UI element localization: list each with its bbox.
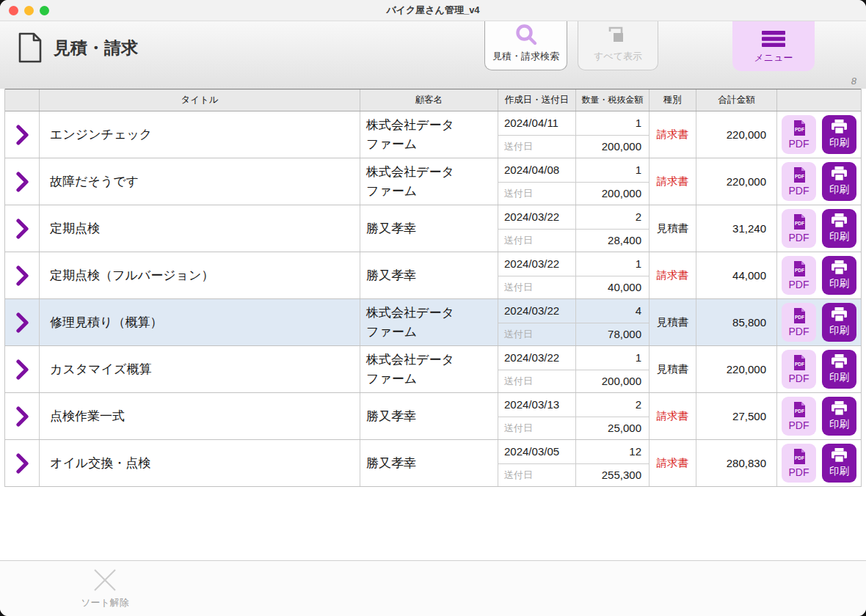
quantity-field[interactable]: 12 [576,440,649,463]
customer-field[interactable]: 勝又孝幸 [360,205,498,252]
customer-field[interactable]: 株式会社データファーム [360,346,498,392]
qty-amount-cell: 1200,000 [576,346,650,392]
print-button[interactable]: 印刷 [822,303,856,342]
open-record-button[interactable] [5,111,40,158]
title-field[interactable]: 定期点検（フルバージョン） [40,252,360,298]
quantity-field[interactable]: 1 [576,111,649,135]
titlebar: バイク屋さん管理_v4 [0,0,866,21]
customer-text: 株式会社データファーム [366,351,466,388]
pdf-button[interactable]: PDFPDF [782,303,816,342]
print-button[interactable]: 印刷 [822,397,856,436]
pdf-file-icon: PDF [792,120,807,136]
customer-field[interactable]: 株式会社データファーム [360,299,498,345]
unsort-button[interactable]: ソート解除 [65,565,145,610]
customer-field[interactable]: 勝又孝幸 [360,440,498,486]
title-field[interactable]: 故障だそうです [40,158,360,205]
table-row: エンジンチェック株式会社データファーム2024/04/11送付日1200,000… [5,111,861,158]
total-amount-field: 31,240 [696,205,777,252]
pdf-button[interactable]: PDFPDF [782,350,816,389]
pretax-amount-field[interactable]: 200,000 [576,135,649,158]
pretax-amount-field[interactable]: 40,000 [576,276,649,299]
minimize-window-button[interactable] [24,6,34,15]
send-date-field[interactable]: 送付日 [498,370,575,393]
pdf-button[interactable]: PDFPDF [782,444,816,483]
send-date-field[interactable]: 送付日 [498,229,575,252]
title-text: 定期点検（フルバージョン） [50,267,214,284]
unsort-button-label: ソート解除 [81,596,129,609]
print-button[interactable]: 印刷 [822,209,856,248]
customer-field[interactable]: 勝又孝幸 [360,252,498,298]
show-all-button[interactable]: すべて表示 [578,21,658,70]
title-field[interactable]: 定期点検 [40,205,360,252]
quantity-field[interactable]: 4 [576,299,649,323]
send-date-field[interactable]: 送付日 [498,463,575,487]
pretax-amount-field[interactable]: 25,000 [576,417,649,440]
created-date-field[interactable]: 2024/03/22 [498,299,575,323]
send-date-field[interactable]: 送付日 [498,417,575,440]
created-date-field[interactable]: 2024/03/05 [498,440,575,463]
quantity-field[interactable]: 1 [576,346,649,370]
print-button[interactable]: 印刷 [822,350,856,389]
pretax-amount-field[interactable]: 255,300 [576,463,649,487]
open-record-button[interactable] [5,393,40,439]
print-button[interactable]: 印刷 [822,256,856,295]
pdf-file-icon: PDF [792,166,807,183]
pdf-button[interactable]: PDFPDF [782,397,816,436]
pdf-button[interactable]: PDFPDF [782,115,816,154]
svg-text:PDF: PDF [795,408,804,414]
pdf-button[interactable]: PDFPDF [782,256,816,295]
footer-bar: ソート解除 [0,560,866,616]
open-record-button[interactable] [5,252,40,298]
dates-cell: 2024/03/22送付日 [498,205,576,252]
created-date-field[interactable]: 2024/03/22 [498,205,575,229]
quantity-field[interactable]: 1 [576,158,649,182]
open-record-button[interactable] [5,158,40,205]
close-window-button[interactable] [9,6,18,15]
print-button-label: 印刷 [829,371,849,384]
column-header-total: 合計金額 [696,89,777,111]
quantity-field[interactable]: 2 [576,205,649,229]
title-field[interactable]: エンジンチェック [40,111,360,158]
table-row: オイル交換・点検勝又孝幸2024/03/05送付日12255,300請求書280… [5,440,861,487]
row-actions: PDFPDF印刷 [777,440,861,486]
zoom-window-button[interactable] [40,6,49,15]
pdf-button-label: PDF [789,279,809,290]
send-date-field[interactable]: 送付日 [498,276,575,299]
created-date-field[interactable]: 2024/03/22 [498,252,575,276]
title-field[interactable]: カスタマイズ概算 [40,346,360,392]
title-field[interactable]: 修理見積り（概算） [40,299,360,345]
created-date-field[interactable]: 2024/03/13 [498,393,575,417]
print-button[interactable]: 印刷 [822,444,856,483]
quantity-field[interactable]: 2 [576,393,649,417]
customer-field[interactable]: 株式会社データファーム [360,158,498,205]
print-button[interactable]: 印刷 [822,162,856,201]
quantity-field[interactable]: 1 [576,252,649,276]
created-date-field[interactable]: 2024/04/11 [498,111,575,135]
open-record-button[interactable] [5,205,40,252]
customer-field[interactable]: 勝又孝幸 [360,393,498,439]
table-row: 定期点検（フルバージョン）勝又孝幸2024/03/22送付日140,000請求書… [5,252,861,299]
search-button[interactable]: 見積・請求検索 [484,21,567,70]
open-record-button[interactable] [5,440,40,486]
title-field[interactable]: オイル交換・点検 [40,440,360,486]
pretax-amount-field[interactable]: 78,000 [576,323,649,346]
open-record-button[interactable] [5,346,40,392]
pdf-button-label: PDF [789,326,809,337]
pretax-amount-field[interactable]: 28,400 [576,229,649,252]
pdf-button[interactable]: PDFPDF [782,209,816,248]
created-date-field[interactable]: 2024/03/22 [498,346,575,370]
send-date-field[interactable]: 送付日 [498,323,575,346]
menu-button[interactable]: メニュー [732,21,815,71]
customer-text: 勝又孝幸 [366,407,416,426]
print-button[interactable]: 印刷 [822,115,856,154]
customer-text: 勝又孝幸 [366,266,416,285]
pretax-amount-field[interactable]: 200,000 [576,182,649,205]
title-field[interactable]: 点検作業一式 [40,393,360,439]
pdf-button[interactable]: PDFPDF [782,162,816,201]
send-date-field[interactable]: 送付日 [498,135,575,158]
created-date-field[interactable]: 2024/04/08 [498,158,575,182]
pretax-amount-field[interactable]: 200,000 [576,370,649,393]
customer-field[interactable]: 株式会社データファーム [360,111,498,158]
open-record-button[interactable] [5,299,40,345]
send-date-field[interactable]: 送付日 [498,182,575,205]
